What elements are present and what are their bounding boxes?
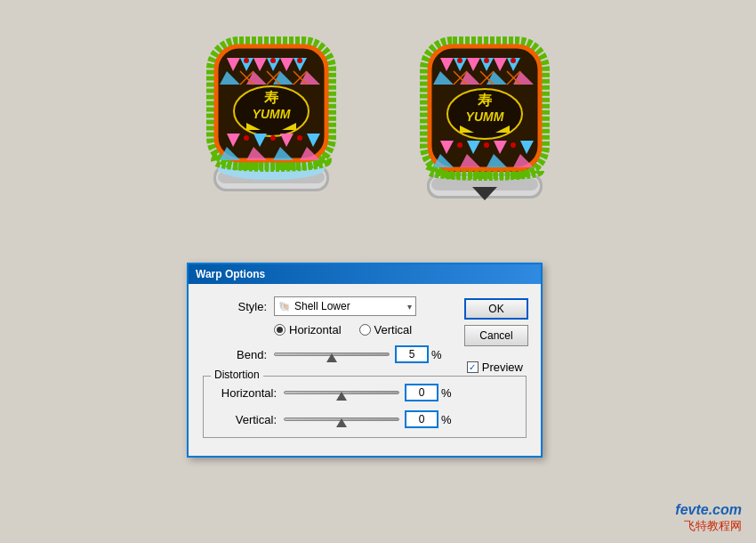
- cookie-after: 寿 YUMM: [414, 27, 556, 214]
- distortion-vertical-label: Vertical:: [213, 413, 277, 426]
- bend-slider-track[interactable]: [274, 353, 390, 356]
- watermark-line2: 飞特教程网: [675, 518, 742, 534]
- distortion-vertical-slider-container: [284, 417, 399, 421]
- distortion-group-label: Distortion: [211, 369, 263, 381]
- dialog-title-bar: Warp Options: [189, 264, 541, 284]
- svg-point-57: [511, 58, 516, 63]
- svg-text:寿: 寿: [263, 90, 279, 105]
- horizontal-radio[interactable]: Horizontal: [274, 323, 342, 336]
- preview-label: Preview: [482, 361, 523, 374]
- svg-point-37: [297, 135, 302, 141]
- svg-point-15: [270, 58, 276, 63]
- svg-point-16: [297, 58, 302, 63]
- vertical-radio[interactable]: Vertical: [359, 323, 413, 336]
- style-select-content: 🐚 Shell Lower: [278, 300, 350, 312]
- distortion-horizontal-row: Horizontal: %: [213, 384, 517, 401]
- svg-point-76: [457, 142, 462, 148]
- distortion-vertical-row: Vertical: %: [213, 410, 517, 428]
- svg-point-14: [244, 58, 249, 63]
- dialog-buttons: OK Cancel: [464, 298, 528, 346]
- svg-point-56: [484, 58, 489, 63]
- distortion-group: Distortion Horizontal: % Vertical:: [203, 376, 527, 438]
- svg-text:YUMM: YUMM: [253, 107, 291, 121]
- svg-point-55: [457, 58, 462, 63]
- svg-point-78: [511, 142, 516, 148]
- distortion-vertical-unit: %: [441, 413, 452, 426]
- distortion-horizontal-unit: %: [441, 386, 452, 400]
- dialog-title-text: Warp Options: [196, 268, 265, 280]
- svg-text:寿: 寿: [477, 93, 493, 108]
- cancel-button[interactable]: Cancel: [464, 325, 528, 346]
- bend-unit: %: [431, 348, 442, 361]
- horizontal-label: Horizontal: [289, 323, 342, 336]
- bend-label: Bend:: [203, 348, 267, 361]
- svg-point-35: [244, 135, 249, 141]
- style-value: Shell Lower: [294, 300, 350, 312]
- svg-point-77: [484, 142, 489, 148]
- distortion-vertical-input[interactable]: [405, 410, 438, 428]
- preview-row[interactable]: ✓ Preview: [467, 361, 523, 374]
- watermark: fevte.com 飞特教程网: [675, 502, 742, 534]
- bend-value-input[interactable]: [395, 345, 429, 363]
- distortion-horizontal-input[interactable]: [405, 384, 438, 401]
- shell-icon: 🐚: [278, 301, 291, 312]
- bend-slider-container: [274, 353, 390, 356]
- ok-button[interactable]: OK: [464, 298, 528, 320]
- distortion-vertical-track[interactable]: [284, 417, 399, 421]
- svg-point-36: [270, 135, 276, 141]
- watermark-line1: fevte.com: [675, 502, 742, 518]
- cookie-before: 寿 YUMM: [200, 27, 342, 214]
- distortion-horizontal-thumb[interactable]: [336, 392, 347, 401]
- distortion-horizontal-track[interactable]: [284, 391, 399, 394]
- chevron-down-icon: ▾: [407, 302, 412, 312]
- style-label: Style:: [203, 300, 267, 313]
- horizontal-radio-circle[interactable]: [274, 324, 286, 336]
- vertical-radio-circle[interactable]: [359, 324, 371, 336]
- distortion-horizontal-slider-container: [284, 391, 399, 394]
- style-select[interactable]: 🐚 Shell Lower ▾: [274, 296, 416, 316]
- vertical-label: Vertical: [374, 323, 413, 336]
- warp-options-dialog: Warp Options Style: 🐚 Shell Lower ▾ Hori…: [187, 263, 543, 458]
- icons-area: 寿 YUMM: [0, 0, 756, 231]
- bend-slider-thumb[interactable]: [326, 353, 337, 362]
- svg-text:YUMM: YUMM: [466, 109, 504, 124]
- preview-checkbox[interactable]: ✓: [467, 361, 479, 373]
- distortion-vertical-thumb[interactable]: [336, 418, 347, 427]
- distortion-horizontal-label: Horizontal:: [213, 386, 277, 400]
